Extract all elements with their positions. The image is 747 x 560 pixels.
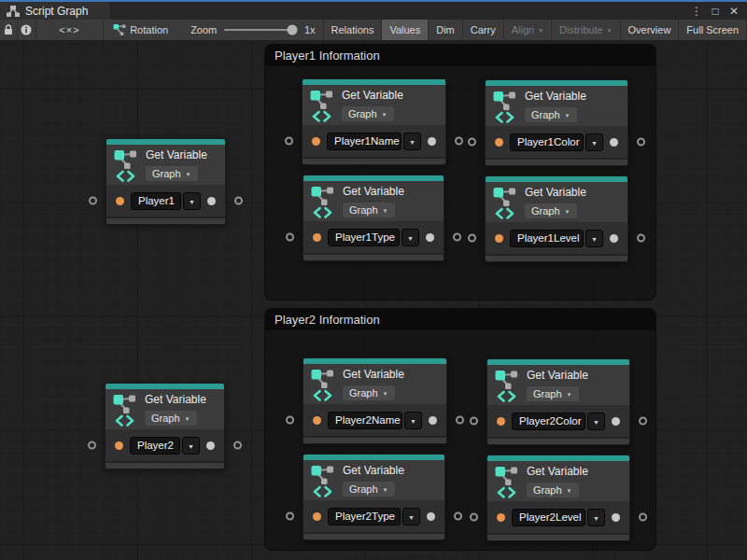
variable-scope-dropdown[interactable]: Graph ▼ <box>527 483 579 497</box>
input-connection-port[interactable] <box>286 416 294 425</box>
output-connection-port[interactable] <box>637 234 645 243</box>
output-connection-port[interactable] <box>637 138 645 147</box>
variable-scope-dropdown[interactable]: Graph ▼ <box>342 106 394 121</box>
variable-name-dropdown[interactable]: Player1Name <box>327 133 402 150</box>
input-connection-port[interactable] <box>286 512 294 521</box>
menu-icon[interactable]: ⋮ <box>689 5 704 18</box>
get-variable-node[interactable]: Get Variable Graph ▼ Player1Name ▼ <box>302 78 446 165</box>
variable-scope-dropdown[interactable]: Graph ▼ <box>525 107 577 122</box>
value-output-port[interactable] <box>206 441 215 450</box>
variable-name-dropdown[interactable]: Player1 <box>131 192 181 210</box>
value-output-port[interactable] <box>207 197 216 205</box>
lock-button[interactable] <box>0 20 17 40</box>
output-connection-port[interactable] <box>234 197 243 205</box>
variable-name-port[interactable] <box>497 417 505 426</box>
value-output-port[interactable] <box>429 416 437 425</box>
toolbar-button-dim[interactable]: Dim <box>428 20 462 40</box>
variable-scope-dropdown[interactable]: Graph ▼ <box>145 411 197 426</box>
toolbar-button-relations[interactable]: Relations <box>323 20 382 40</box>
variable-dropdown-arrow[interactable]: ▼ <box>402 229 419 246</box>
variable-dropdown-arrow[interactable]: ▼ <box>404 412 422 429</box>
value-output-port[interactable] <box>610 138 618 147</box>
variable-name-port[interactable] <box>495 234 503 243</box>
input-connection-port[interactable] <box>468 234 476 243</box>
toolbar-button-values[interactable]: Values <box>381 20 428 40</box>
variable-name-port[interactable] <box>313 512 321 521</box>
output-connection-port[interactable] <box>454 512 462 521</box>
variable-name-port[interactable] <box>497 513 505 522</box>
variable-dropdown-arrow[interactable]: ▼ <box>587 413 605 430</box>
input-connection-port[interactable] <box>470 417 478 426</box>
node-header[interactable]: Get Variable Graph ▼ <box>486 86 627 126</box>
value-output-port[interactable] <box>612 417 620 426</box>
variable-name-dropdown[interactable]: Player1Type <box>328 229 400 246</box>
input-connection-port[interactable] <box>470 513 478 522</box>
variable-name-dropdown[interactable]: Player2 <box>130 437 180 455</box>
zoom-slider[interactable] <box>224 29 297 31</box>
node-header[interactable]: Get Variable Graph ▼ <box>106 389 224 429</box>
node-header[interactable]: Get Variable Graph ▼ <box>486 182 627 222</box>
toolbar-button-overview[interactable]: Overview <box>620 20 679 40</box>
output-connection-port[interactable] <box>639 513 647 522</box>
close-icon[interactable]: ✕ <box>726 5 741 18</box>
info-button[interactable] <box>18 20 35 40</box>
value-output-port[interactable] <box>428 137 436 146</box>
variable-scope-dropdown[interactable]: Graph ▼ <box>146 166 198 181</box>
maximize-icon[interactable]: □ <box>708 5 723 18</box>
get-variable-node[interactable]: Get Variable Graph ▼ Player1 ▼ <box>106 138 226 225</box>
variable-dropdown-arrow[interactable]: ▼ <box>183 192 201 210</box>
zoom-slider-handle[interactable] <box>288 25 298 35</box>
get-variable-node[interactable]: Get Variable Graph ▼ Player1Level ▼ <box>485 175 628 262</box>
variable-name-port[interactable] <box>313 233 321 242</box>
node-header[interactable]: Get Variable Graph ▼ <box>303 85 445 125</box>
output-connection-port[interactable] <box>233 441 242 450</box>
node-header[interactable]: Get Variable Graph ▼ <box>487 461 629 501</box>
variable-dropdown-arrow[interactable]: ▼ <box>402 508 420 525</box>
get-variable-node[interactable]: Get Variable Graph ▼ Player2Name ▼ <box>303 357 447 444</box>
input-connection-port[interactable] <box>285 137 293 146</box>
variable-dropdown-arrow[interactable]: ▼ <box>403 133 421 150</box>
output-connection-port[interactable] <box>453 233 461 242</box>
variable-name-port[interactable] <box>313 416 321 425</box>
variable-name-port[interactable] <box>495 138 503 147</box>
toolbar-button-full-screen[interactable]: Full Screen <box>678 20 747 40</box>
variable-name-dropdown[interactable]: Player2Name <box>328 412 402 429</box>
graph-canvas[interactable]: Player1 InformationPlayer2 Information G… <box>0 41 747 560</box>
variable-name-dropdown[interactable]: Player2Type <box>328 508 401 525</box>
output-connection-port[interactable] <box>639 417 647 426</box>
variable-dropdown-arrow[interactable]: ▼ <box>585 230 603 247</box>
node-header[interactable]: Get Variable Graph ▼ <box>487 365 629 405</box>
code-view-button[interactable]: <×> <box>35 20 103 40</box>
node-header[interactable]: Get Variable Graph ▼ <box>106 145 225 185</box>
get-variable-node[interactable]: Get Variable Graph ▼ Player1Type ▼ <box>303 175 444 261</box>
variable-scope-dropdown[interactable]: Graph ▼ <box>525 203 577 218</box>
get-variable-node[interactable]: Get Variable Graph ▼ Player2Level ▼ <box>486 455 630 541</box>
get-variable-node[interactable]: Get Variable Graph ▼ Player1Color ▼ <box>485 79 628 166</box>
output-connection-port[interactable] <box>456 416 464 425</box>
node-header[interactable]: Get Variable Graph ▼ <box>303 460 444 500</box>
node-header[interactable]: Get Variable Graph ▼ <box>303 181 444 221</box>
variable-name-dropdown[interactable]: Player2Level <box>512 509 585 526</box>
get-variable-node[interactable]: Get Variable Graph ▼ Player2Color ▼ <box>486 358 630 445</box>
value-output-port[interactable] <box>610 234 618 243</box>
get-variable-node[interactable]: Get Variable Graph ▼ Player2 ▼ <box>105 383 225 469</box>
variable-name-port[interactable] <box>116 197 124 205</box>
input-connection-port[interactable] <box>88 441 96 450</box>
value-output-port[interactable] <box>426 233 434 242</box>
group-header[interactable]: Player1 Information <box>265 45 655 66</box>
input-connection-port[interactable] <box>89 197 97 205</box>
group-header[interactable]: Player2 Information <box>265 309 655 330</box>
variable-scope-dropdown[interactable]: Graph ▼ <box>343 385 395 400</box>
value-output-port[interactable] <box>612 513 620 522</box>
get-variable-node[interactable]: Get Variable Graph ▼ Player2Type ▼ <box>303 454 445 540</box>
variable-scope-dropdown[interactable]: Graph ▼ <box>343 482 395 497</box>
input-connection-port[interactable] <box>286 233 294 242</box>
node-header[interactable]: Get Variable Graph ▼ <box>303 364 446 404</box>
variable-dropdown-arrow[interactable]: ▼ <box>587 509 605 526</box>
value-output-port[interactable] <box>427 512 435 521</box>
variable-name-port[interactable] <box>115 441 123 450</box>
variable-name-dropdown[interactable]: Player1Level <box>510 230 584 247</box>
variable-name-dropdown[interactable]: Player2Color <box>512 413 585 430</box>
variable-name-dropdown[interactable]: Player1Color <box>510 133 584 151</box>
input-connection-port[interactable] <box>468 138 476 147</box>
